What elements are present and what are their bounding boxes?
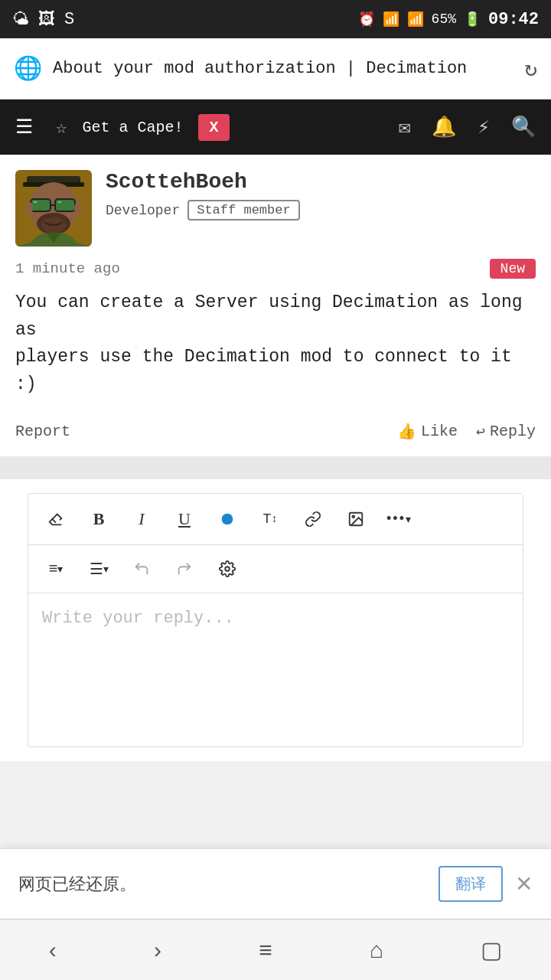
italic-button[interactable]: I [122,500,161,538]
mail-icon[interactable]: ✉ [399,115,411,139]
post-header: ScottehBoeh Developer Staff member [15,170,536,247]
post-body-line1: You can create a Server using Decimation… [15,292,523,340]
svg-point-14 [352,515,354,518]
bell-icon[interactable]: 🔔 [432,115,456,139]
browser-url[interactable]: About your mod authorization | Decimatio… [53,59,514,78]
post-body-line2: players use the Decimation mod to connec… [15,347,512,394]
nav-bar: ☰ ☆ Get a Cape! X ✉ 🔔 ⚡ 🔍 [0,100,551,155]
svg-point-10 [25,202,33,214]
staff-badge: Staff member [187,200,299,220]
status-time: 09:42 [488,10,539,29]
translate-button[interactable]: 翻译 [439,866,503,902]
home-button[interactable]: ⌂ [354,929,399,971]
post-actions: Report 👍 Like ↩ Reply [15,413,536,456]
developer-badge: Developer [106,203,180,218]
alarm-icon: ⏰ [358,11,375,28]
color-button[interactable] [207,500,247,538]
redo-button[interactable] [165,550,204,588]
back-button[interactable]: ‹ [34,929,72,971]
svg-point-11 [74,202,82,214]
battery-icon: 🔋 [464,11,481,28]
status-bar: 🌤 🖼 S ⏰ 📶 📶 65% 🔋 09:42 [0,0,551,38]
content-area: ScottehBoeh Developer Staff member 1 min… [0,155,551,761]
editor-body[interactable]: Write your reply... [28,593,523,746]
translation-bar: 网页已经还原。 翻译 ✕ [0,848,551,919]
search-icon[interactable]: 🔍 [511,115,536,139]
post-meta: 1 minute ago New [15,259,536,279]
post-body: You can create a Server using Decimation… [15,289,536,399]
status-right-icons: ⏰ 📶 📶 65% 🔋 09:42 [358,10,539,29]
browser-bar: 🌐 About your mod authorization | Decimat… [0,38,551,100]
post-timestamp: 1 minute ago [15,260,120,277]
globe-icon: 🌐 [14,54,42,83]
undo-button[interactable] [122,550,161,588]
svg-rect-3 [31,199,51,211]
post-container: ScottehBoeh Developer Staff member 1 min… [0,155,551,456]
status-left-icons: 🌤 🖼 S [12,9,74,30]
username-area: ScottehBoeh Developer Staff member [106,170,300,220]
eraser-tool-button[interactable] [36,500,76,538]
report-button[interactable]: Report [15,423,70,440]
nav-right-icons: ✉ 🔔 ⚡ 🔍 [399,115,536,139]
bold-button[interactable]: B [79,500,119,538]
underline-button[interactable]: U [165,500,204,538]
avatar [15,170,92,247]
signal-icon: 📶 [407,11,424,28]
like-button[interactable]: 👍 Like [397,422,458,441]
section-divider [0,456,551,479]
badges: Developer Staff member [106,200,300,220]
editor-toolbar-top: B I U T↕ [28,494,523,545]
more-options-button[interactable]: ••• ▾ [379,500,419,538]
lightning-icon[interactable]: ⚡ [478,115,490,139]
editor-toolbar-bottom: ≡▾ ☰▾ [28,545,523,593]
hamburger-icon[interactable]: ☰ [15,115,33,139]
cloud-icon: S [64,10,74,29]
close-translation-button[interactable]: ✕ [515,871,533,897]
battery-percent: 65% [432,11,456,27]
post-action-right: 👍 Like ↩ Reply [397,422,536,441]
list-button[interactable]: ☰▾ [79,550,119,588]
translation-actions: 翻译 ✕ [439,866,533,902]
font-size-button[interactable]: T↕ [250,500,290,538]
align-button[interactable]: ≡▾ [36,550,76,588]
svg-rect-4 [55,199,75,211]
forward-button[interactable]: › [139,929,177,971]
get-cape-label[interactable]: Get a Cape! [82,119,183,136]
image-insert-button[interactable] [336,500,376,538]
translation-message: 网页已经还原。 [18,873,136,896]
refresh-icon[interactable]: ↻ [524,56,537,82]
menu-button[interactable]: ≡ [243,929,288,971]
username[interactable]: ScottehBoeh [106,170,300,194]
editor-placeholder: Write your reply... [42,609,234,628]
weather-icon: 🌤 [12,9,29,30]
tab-button[interactable]: ▢ [465,929,517,971]
thumbs-up-icon: 👍 [397,422,416,441]
svg-point-12 [222,513,233,524]
reply-icon: ↩ [476,422,485,441]
new-badge: New [490,259,536,279]
reply-editor[interactable]: B I U T↕ [28,493,523,747]
svg-point-15 [225,567,230,571]
wifi-icon: 📶 [383,11,399,28]
editor-container: B I U T↕ [0,479,551,761]
star-icon[interactable]: ☆ [56,116,67,139]
bottom-nav: ‹ › ≡ ⌂ ▢ [0,919,551,980]
settings-button[interactable] [207,550,247,588]
image-icon: 🖼 [38,9,55,30]
reply-button[interactable]: ↩ Reply [476,422,536,441]
link-button[interactable] [293,500,333,538]
close-ad-button[interactable]: X [198,114,229,141]
